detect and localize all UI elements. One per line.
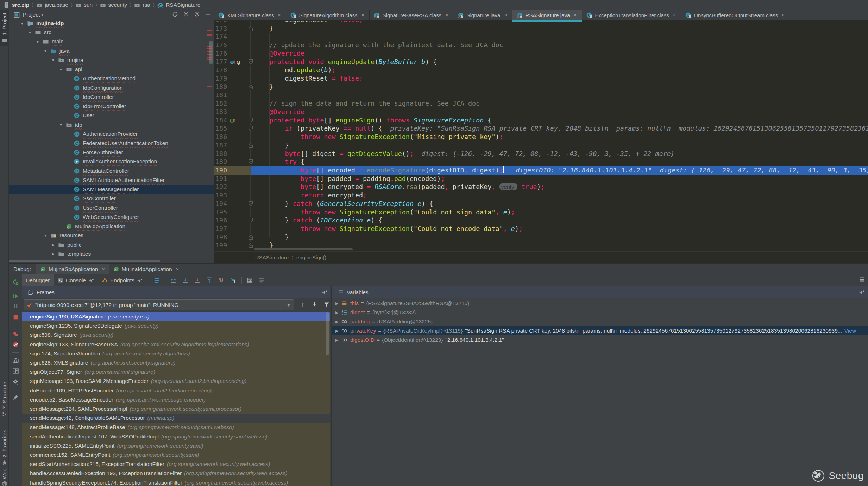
breakpoints-icon-button[interactable] bbox=[11, 330, 20, 338]
frame-row[interactable]: doEncode:109, HTTPPostEncoder(org.opensa… bbox=[22, 386, 330, 395]
tab-UnsyncBufferedOutputStream.class[interactable]: CUnsyncBufferedOutputStream.class× bbox=[681, 10, 790, 20]
tree-item-resources[interactable]: ▼resources bbox=[9, 231, 214, 240]
tree-item-MetadataController[interactable]: CMetadataController bbox=[9, 166, 214, 176]
step-into-icon-button[interactable] bbox=[181, 276, 190, 285]
frame-row[interactable]: engineSign:1235, Signature$Delegate(java… bbox=[22, 321, 330, 330]
close-icon[interactable]: × bbox=[504, 12, 507, 18]
expand-icon[interactable]: ▶ bbox=[335, 329, 340, 333]
frame-row[interactable]: engineSign:133, SignatureBaseRSA(org.apa… bbox=[22, 340, 330, 349]
code-area[interactable]: 172 digestReset = false;173 }174175 // u… bbox=[214, 21, 868, 248]
close-icon[interactable]: × bbox=[445, 12, 448, 18]
stripe-structure-button[interactable]: 7: Structure bbox=[0, 379, 9, 419]
step-out-icon-button[interactable] bbox=[205, 276, 214, 285]
tree-item-InvalidAuthenticationException[interactable]: InvalidAuthenticationException bbox=[9, 157, 214, 166]
camera-icon-button[interactable] bbox=[11, 356, 20, 365]
view-tab-Endpoints[interactable]: Endpoints bbox=[98, 274, 146, 286]
tree-item-FederatedUserAuthenticationToken[interactable]: CFederatedUserAuthenticationToken bbox=[9, 139, 214, 148]
tree-item-idp[interactable]: ▼idp bbox=[9, 120, 214, 130]
tree-item-AuthenticationMethod[interactable]: EAuthenticationMethod bbox=[9, 74, 214, 83]
variable-row-digest[interactable]: ▶123digest={byte[32]@13232} bbox=[332, 308, 868, 317]
project-vertical-scrollbar[interactable] bbox=[209, 41, 213, 64]
expand-icon[interactable]: ▶ bbox=[335, 320, 340, 324]
tree-expand-icon[interactable]: ▼ bbox=[20, 21, 24, 25]
thread-selector[interactable]: "http-nio-9090-exec-7"@12,172 in group "… bbox=[24, 299, 294, 310]
variable-row-digestOID[interactable]: ▶digestOID={ObjectIdentifier@13223}"2.16… bbox=[332, 335, 868, 345]
frame-row[interactable]: sign:628, XMLSignature(org.apache.xml.se… bbox=[22, 358, 330, 367]
breadcrumb-item[interactable]: java.base bbox=[36, 2, 68, 8]
evaluate-icon-button[interactable] bbox=[246, 276, 254, 285]
close-icon[interactable]: × bbox=[102, 266, 105, 272]
tree-collapse-icon[interactable]: ▶ bbox=[51, 252, 55, 256]
tree-item-AuthenticationProvider[interactable]: CAuthenticationProvider bbox=[9, 130, 214, 139]
view-tab-Debugger[interactable]: Debugger bbox=[22, 274, 54, 286]
frame-row[interactable]: signMessage:193, BaseSAML2MessageEncoder… bbox=[22, 377, 330, 386]
tree-item-public[interactable]: ▶public bbox=[9, 240, 214, 250]
frame-row[interactable]: initializeSSO:225, SAMLEntryPoint(org.sp… bbox=[22, 441, 330, 450]
mute-breakpoints-icon-button[interactable] bbox=[11, 340, 20, 349]
breadcrumb-item[interactable]: rsa bbox=[134, 2, 150, 8]
tree-expand-icon[interactable]: ▼ bbox=[59, 68, 63, 71]
tree-item-mujina-idp[interactable]: ▼mujina-idp bbox=[9, 19, 214, 28]
tree-item-IdpErrorController[interactable]: CIdpErrorController bbox=[9, 102, 214, 111]
frame-row[interactable]: signObject:77, Signer(org.opensaml.xml.s… bbox=[22, 367, 330, 377]
funnel-icon-button[interactable] bbox=[323, 301, 330, 309]
tree-expand-icon[interactable]: ▼ bbox=[51, 58, 55, 62]
tab-XMLSignature.class[interactable]: CXMLSignature.class× bbox=[214, 10, 286, 20]
frame-row[interactable]: handleSpringSecurityException:174, Excep… bbox=[22, 478, 330, 486]
sliders-icon-button[interactable] bbox=[258, 276, 266, 285]
tree-expand-icon[interactable]: ▼ bbox=[59, 123, 63, 127]
tree-item-ForceAuthnFilter[interactable]: CForceAuthnFilter bbox=[9, 148, 214, 157]
exec-point-icon-button[interactable] bbox=[153, 276, 161, 285]
variable-row-this[interactable]: ▶this={RSASignature$SHA256withRSA@13215} bbox=[332, 299, 868, 308]
tab-Signature.java[interactable]: (CSignature.java× bbox=[453, 10, 512, 20]
tree-item-MujinaIdpApplication[interactable]: MujinaIdpApplication bbox=[9, 222, 214, 231]
editor-breadcrumb-item[interactable]: engineSign() bbox=[296, 254, 326, 260]
close-icon[interactable]: × bbox=[361, 12, 364, 18]
tree-expand-icon[interactable]: ▼ bbox=[43, 49, 48, 53]
tree-item-mujina[interactable]: ▼mujina bbox=[9, 56, 214, 65]
frame-row[interactable]: commence:152, SAMLEntryPoint(org.springf… bbox=[22, 450, 330, 460]
breadcrumb-item[interactable]: security bbox=[100, 2, 127, 8]
menu-icon-button[interactable] bbox=[859, 278, 865, 284]
frame-row[interactable]: sign:174, SignatureAlgorithm(org.apache.… bbox=[22, 349, 330, 358]
tree-expand-icon[interactable]: ▼ bbox=[36, 40, 40, 44]
tree-collapse-icon[interactable]: ▶ bbox=[51, 243, 55, 247]
debug-tab-MujinaSpApplication[interactable]: MujinaSpApplication× bbox=[36, 264, 109, 274]
stop-icon-button[interactable] bbox=[11, 313, 20, 321]
expand-icon[interactable]: ▶ bbox=[335, 310, 340, 315]
tree-expand-icon[interactable]: ▼ bbox=[43, 234, 48, 238]
run-to-cursor-icon-button[interactable] bbox=[229, 276, 238, 285]
close-icon[interactable]: × bbox=[574, 12, 577, 18]
tree-item-SsoController[interactable]: CSsoController bbox=[9, 194, 214, 203]
frame-row[interactable]: sign:598, Signature(java.security) bbox=[22, 330, 330, 340]
tree-item-IdpConfiguration[interactable]: CIdpConfiguration bbox=[9, 83, 214, 93]
breadcrumb-item[interactable]: (C)RSASignature bbox=[157, 2, 200, 8]
tree-item-templates[interactable]: ▶templates bbox=[9, 250, 214, 259]
tree-item-java[interactable]: ▼java bbox=[9, 46, 214, 56]
tab-ExceptionTranslationFilter.class[interactable]: CExceptionTranslationFilter.class× bbox=[582, 10, 681, 20]
gear-icon-button[interactable] bbox=[194, 11, 200, 19]
frame-row[interactable]: sendMessage:42, ConfigurableSAMLProcesso… bbox=[22, 414, 330, 423]
stripe-favorites-button[interactable]: 2: Favorites bbox=[0, 427, 9, 467]
tree-expand-icon[interactable]: ▼ bbox=[28, 31, 32, 34]
stripe-project-button[interactable]: 1: Project bbox=[0, 10, 9, 46]
tree-item-src[interactable]: ▼src bbox=[9, 28, 214, 37]
pause-icon-button[interactable] bbox=[11, 302, 20, 310]
force-step-into-icon-button[interactable] bbox=[193, 276, 202, 285]
frame-row[interactable]: sendMessage:148, AbstractProfileBase(org… bbox=[22, 423, 330, 432]
tree-item-api[interactable]: ▼api bbox=[9, 65, 214, 74]
resume-icon-button[interactable] bbox=[11, 292, 20, 300]
variable-row-padding[interactable]: ▶padding={RSAPadding@13225} bbox=[332, 317, 868, 326]
arrow-down-icon-button[interactable] bbox=[312, 301, 318, 309]
tree-item-UserController[interactable]: CUserController bbox=[9, 203, 214, 213]
breadcrumb-item[interactable]: src.zip bbox=[4, 2, 29, 8]
frame-row[interactable]: engineSign:190, RSASignature(sun.securit… bbox=[22, 312, 330, 321]
variable-row-privateKey[interactable]: ▶privateKey={RSAPrivateCrtKeyImpl@13119}… bbox=[332, 326, 868, 335]
close-icon[interactable]: × bbox=[176, 266, 179, 272]
layout-icon-button[interactable] bbox=[11, 367, 20, 375]
editor-horizontal-scrollbar[interactable] bbox=[254, 248, 353, 250]
close-icon[interactable]: × bbox=[278, 12, 281, 18]
view-link[interactable]: View bbox=[844, 328, 856, 334]
expand-icon[interactable]: ▶ bbox=[335, 338, 340, 342]
locate-icon-button[interactable] bbox=[172, 11, 178, 19]
